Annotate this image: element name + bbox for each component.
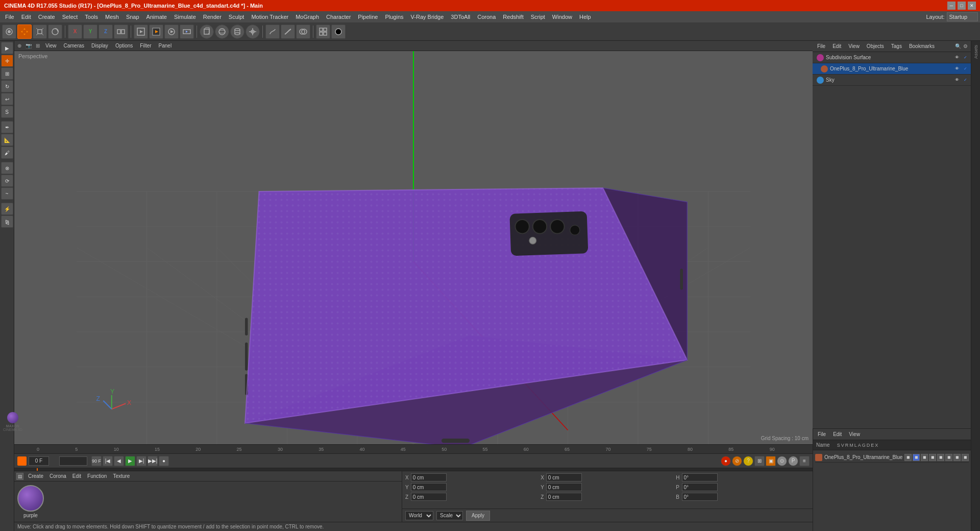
- obj-check-icon[interactable]: ✓: [962, 54, 969, 61]
- pb-icon-2[interactable]: ⊘: [732, 456, 742, 466]
- menu-help[interactable]: Help: [576, 13, 594, 21]
- tool-move[interactable]: [17, 25, 32, 39]
- tool-null[interactable]: [246, 25, 260, 39]
- pb-end[interactable]: ▶▶|: [148, 456, 158, 466]
- sidebar-select[interactable]: ▶: [1, 42, 13, 54]
- obj-item-oneplus[interactable]: OnePlus_8_Pro_Ultramarine_Blue 👁 ✓: [813, 63, 971, 75]
- menu-animate[interactable]: Animate: [143, 13, 170, 21]
- pb-record[interactable]: ●: [159, 456, 169, 466]
- attr-menu-view[interactable]: View: [847, 431, 862, 437]
- attr-menu-edit[interactable]: Edit: [831, 431, 843, 437]
- pb-prev-frame[interactable]: ◀: [114, 456, 124, 466]
- tool-mode-object[interactable]: [2, 25, 16, 39]
- attr-action-2[interactable]: ◼: [913, 454, 920, 461]
- sidebar-undo-view[interactable]: ↩: [1, 93, 13, 105]
- menu-window[interactable]: Window: [549, 13, 575, 21]
- pb-icon-7[interactable]: P: [788, 456, 798, 466]
- pb-icon-8[interactable]: ≡: [799, 456, 810, 466]
- viewport-menu-options[interactable]: Options: [114, 43, 134, 49]
- pb-end-frame[interactable]: 90 F: [91, 456, 102, 466]
- obj-check2-icon[interactable]: ✓: [962, 65, 969, 73]
- viewport-menu-cameras[interactable]: Cameras: [62, 43, 86, 49]
- attr-action-7[interactable]: ◼: [953, 454, 961, 461]
- tool-render-active[interactable]: [149, 25, 163, 39]
- attr-action-1[interactable]: ◼: [904, 454, 912, 461]
- obj-check3-icon[interactable]: ✓: [962, 77, 969, 84]
- coord-y2-val[interactable]: [546, 483, 582, 491]
- obj-menu-edit[interactable]: Edit: [831, 43, 843, 49]
- attr-action-4[interactable]: ◼: [929, 454, 936, 461]
- viewport-menu-display[interactable]: Display: [90, 43, 110, 49]
- viewport-grid-icon[interactable]: ⊞: [36, 43, 40, 49]
- menu-3dtoall[interactable]: 3DToAll: [448, 13, 473, 21]
- menu-edit[interactable]: Edit: [18, 13, 34, 21]
- tool-twist[interactable]: [281, 25, 295, 39]
- obj-vis2-icon[interactable]: 👁: [953, 65, 961, 73]
- obj-item-subdivision[interactable]: Subdivision Surface 👁 ✓: [813, 52, 971, 63]
- pb-icon-4[interactable]: ⊞: [754, 456, 765, 466]
- viewport-lock-icon[interactable]: ⊕: [17, 43, 21, 49]
- sidebar-bridge[interactable]: ⧎: [1, 215, 13, 228]
- sidebar-knife[interactable]: ⚡: [1, 203, 13, 215]
- menu-snap[interactable]: Snap: [123, 13, 142, 21]
- coord-p-val[interactable]: [682, 483, 718, 491]
- sidebar-magnet[interactable]: ⊗: [1, 162, 13, 174]
- minimize-button[interactable]: ─: [947, 2, 955, 10]
- material-preview-swatch[interactable]: [17, 485, 44, 512]
- sidebar-smooth[interactable]: ~: [1, 187, 13, 200]
- frame-current-input[interactable]: [29, 456, 49, 466]
- coord-z-pos[interactable]: [411, 493, 447, 501]
- tool-render-to-po[interactable]: [164, 25, 179, 39]
- obj-menu-objects[interactable]: Objects: [865, 43, 886, 49]
- pb-icon-6[interactable]: ⊙: [777, 456, 787, 466]
- coord-x-pos[interactable]: [411, 473, 447, 481]
- material-slot[interactable]: purple: [17, 485, 44, 518]
- attr-action-3[interactable]: ◼: [921, 454, 928, 461]
- obj-vis3-icon[interactable]: 👁: [953, 77, 961, 84]
- menu-vray[interactable]: V-Ray Bridge: [408, 13, 447, 21]
- sidebar-rotate[interactable]: ↻: [1, 80, 13, 92]
- obj-search-icon[interactable]: 🔍: [955, 43, 961, 49]
- obj-settings-icon[interactable]: ⚙: [963, 43, 968, 49]
- apply-button[interactable]: Apply: [466, 511, 490, 521]
- coord-z2-val[interactable]: [546, 493, 582, 501]
- layout-dropdown[interactable]: Startup: [947, 12, 978, 21]
- coord-y-pos[interactable]: [411, 483, 447, 491]
- menu-script[interactable]: Script: [528, 13, 548, 21]
- viewport-menu-panel[interactable]: Panel: [157, 43, 174, 49]
- tool-rotate[interactable]: [48, 25, 62, 39]
- menu-sculpt[interactable]: Sculpt: [226, 13, 248, 21]
- menu-motion-tracker[interactable]: Motion Tracker: [248, 13, 291, 21]
- sidebar-paint[interactable]: 🖌: [1, 147, 13, 159]
- menu-redshift[interactable]: Redshift: [500, 13, 526, 21]
- attr-menu-file[interactable]: File: [816, 431, 827, 437]
- tool-y-axis[interactable]: Y: [83, 25, 97, 39]
- obj-vis-icon[interactable]: 👁: [953, 54, 961, 61]
- obj-item-sky[interactable]: Sky 👁 ✓: [813, 75, 971, 86]
- tool-bend[interactable]: [265, 25, 280, 39]
- menu-simulate[interactable]: Simulate: [171, 13, 199, 21]
- pb-icon-5[interactable]: ▣: [766, 456, 776, 466]
- tool-cube[interactable]: [200, 25, 214, 39]
- menu-select[interactable]: Select: [59, 13, 81, 21]
- tool-cylinder[interactable]: [230, 25, 244, 39]
- tool-render-region[interactable]: [134, 25, 148, 39]
- viewport-menu-filter[interactable]: Filter: [138, 43, 153, 49]
- scale-select[interactable]: Scale Size: [436, 511, 463, 520]
- sidebar-pen[interactable]: ✒: [1, 121, 13, 133]
- viewport-camera-icon[interactable]: 📷: [26, 43, 32, 49]
- menu-mograph[interactable]: MoGraph: [292, 13, 322, 21]
- menu-file[interactable]: File: [2, 13, 17, 21]
- obj-menu-file[interactable]: File: [816, 43, 827, 49]
- pb-icon-1[interactable]: ●: [721, 456, 731, 466]
- menu-tools[interactable]: Tools: [82, 13, 101, 21]
- pb-play[interactable]: ▶: [125, 456, 135, 466]
- mat-menu-create[interactable]: Create: [27, 473, 45, 479]
- world-select[interactable]: World Object: [405, 511, 433, 520]
- tool-z-axis[interactable]: Z: [99, 25, 113, 39]
- pb-icon-3[interactable]: ?: [743, 456, 753, 466]
- attr-row-oneplus[interactable]: OnePlus_8_Pro_Ultramarine_Blue ◼ ◼ ◼ ◼ ◼…: [815, 452, 969, 463]
- mat-menu-corona[interactable]: Corona: [48, 473, 68, 479]
- mat-menu-edit[interactable]: Edit: [71, 473, 83, 479]
- pb-next-frame[interactable]: ▶|: [136, 456, 146, 466]
